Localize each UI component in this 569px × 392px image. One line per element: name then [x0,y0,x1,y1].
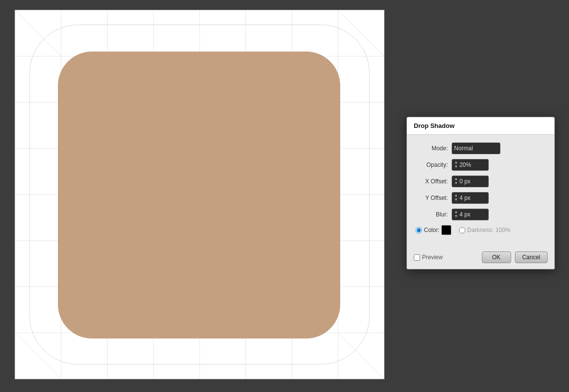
svg-line-17 [338,333,384,379]
blur-spinner[interactable]: ▲ ▼ [454,210,458,219]
dialog-body: Mode: Normal Multiply Screen Overlay Dar… [407,135,554,248]
mode-row: Mode: Normal Multiply Screen Overlay Dar… [414,143,548,154]
blur-input-group: ▲ ▼ [452,209,489,220]
cancel-button[interactable]: Cancel [515,251,548,263]
x-offset-label: X Offset: [414,178,448,185]
x-offset-spinner[interactable]: ▲ ▼ [454,177,458,186]
preview-checkbox[interactable] [414,254,420,261]
color-label-text: Color: [424,227,440,233]
mode-select[interactable]: Normal Multiply Screen Overlay Darken Li… [452,143,500,154]
shape-container [58,52,340,339]
dialog-title-bar: Drop Shadow [407,117,554,135]
darkness-radio-label[interactable]: Darkness: 100% [459,227,511,233]
ok-button[interactable]: OK [482,251,511,263]
color-swatch[interactable] [441,225,451,235]
darkness-label-text: Darkness: [467,227,494,233]
svg-line-16 [15,333,61,379]
opacity-row: Opacity: ▲ ▼ [414,159,548,171]
x-offset-input-group: ▲ ▼ [452,176,489,187]
blur-label: Blur: [414,211,448,218]
opacity-label: Opacity: [414,161,448,168]
darkness-value: 100% [496,227,511,233]
preview-label: Preview [422,254,443,261]
dialog-title: Drop Shadow [414,122,455,129]
mode-select-wrapper: Normal Multiply Screen Overlay Darken Li… [452,143,500,154]
color-radio[interactable] [416,227,422,233]
mode-label: Mode: [414,145,448,152]
y-offset-input[interactable] [459,195,486,201]
x-offset-row: X Offset: ▲ ▼ [414,176,548,187]
svg-line-14 [15,10,61,56]
y-offset-label: Y Offset: [414,195,448,201]
svg-line-15 [338,10,384,56]
dialog-footer: Preview OK Cancel [407,248,554,269]
blur-row: Blur: ▲ ▼ [414,209,548,220]
blur-input[interactable] [459,211,486,218]
opacity-spinner[interactable]: ▲ ▼ [454,160,458,169]
y-offset-input-group: ▲ ▼ [452,192,489,204]
rounded-rect-shape [58,52,340,339]
dialog-buttons: OK Cancel [482,251,548,263]
preview-checkbox-label[interactable]: Preview [414,254,443,261]
color-darkness-row: Color: Darkness: 100% [414,225,548,235]
drop-shadow-dialog: Drop Shadow Mode: Normal Multiply Screen… [406,117,555,269]
opacity-input[interactable] [459,161,486,168]
x-offset-input[interactable] [459,178,486,185]
canvas-area [15,10,385,379]
darkness-radio[interactable] [459,227,465,233]
color-radio-label[interactable]: Color: [416,227,440,233]
y-offset-row: Y Offset: ▲ ▼ [414,192,548,204]
opacity-input-group: ▲ ▼ [452,159,489,171]
y-offset-spinner[interactable]: ▲ ▼ [454,194,458,202]
